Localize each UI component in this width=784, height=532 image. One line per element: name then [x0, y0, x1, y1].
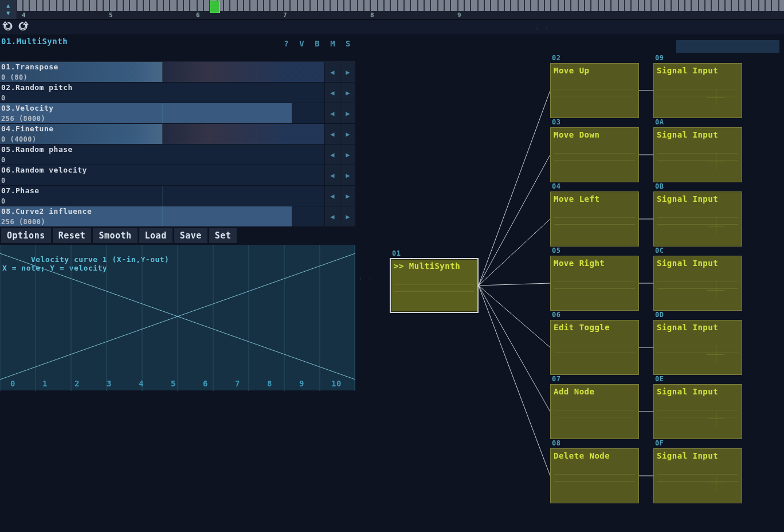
param-label: 01.Transpose — [1, 62, 58, 71]
node-label: Move Down — [554, 130, 636, 139]
param-03[interactable]: 03.Velocity256 (8000)◀▶ — [0, 103, 355, 124]
pane-resize-handle[interactable]: : : — [359, 275, 373, 281]
node-id-label: 0E — [655, 375, 664, 383]
load-button[interactable]: Load — [139, 228, 173, 243]
node-id-label: 05 — [552, 247, 560, 255]
param-dec-button[interactable]: ◀ — [324, 62, 340, 82]
timeline-ruler[interactable]: 456789 — [17, 0, 784, 19]
node-05[interactable]: 05Move Right — [550, 256, 639, 311]
node-label: Signal Input — [657, 194, 739, 204]
param-label: 08.Curve2 influence — [1, 207, 92, 216]
ruler-label: 8 — [370, 11, 374, 19]
param-inc-button[interactable]: ▶ — [340, 103, 355, 123]
node-id-label: 0A — [655, 118, 664, 126]
node-0F[interactable]: 0FSignal Input — [653, 448, 742, 503]
curve-button-bar: OptionsResetSmoothLoadSaveSet — [0, 227, 355, 244]
param-07[interactable]: 07.Phase0◀▶ — [0, 186, 355, 206]
node-label: Delete Node — [554, 451, 636, 460]
module-header-letters: ?VBMS — [284, 37, 351, 48]
smooth-button[interactable]: Smooth — [93, 228, 137, 243]
svg-line-13 — [479, 91, 550, 285]
timeline[interactable]: ▲ ▼ 456789 — [0, 0, 784, 19]
param-inc-button[interactable]: ▶ — [340, 206, 355, 226]
header-letter-v[interactable]: V — [299, 39, 304, 48]
set-button[interactable]: Set — [209, 228, 237, 243]
param-value: 256 (8000) — [1, 115, 45, 123]
module-graph[interactable]: : : 01>> MultiSynth02Move Up03Move Down0… — [367, 34, 784, 532]
module-title: 01.MultiSynth — [1, 37, 68, 46]
param-inc-button[interactable]: ▶ — [340, 186, 355, 206]
velocity-curve-panel[interactable]: Velocity curve 1 (X-in,Y-out)X = note; Y… — [0, 244, 355, 390]
undo-button[interactable] — [2, 20, 14, 34]
node-04[interactable]: 04Move Left — [550, 191, 639, 247]
param-08[interactable]: 08.Curve2 influence256 (8000)◀▶ — [0, 206, 355, 227]
ruler-label: 7 — [283, 11, 287, 19]
node-label: Add Node — [554, 387, 636, 396]
param-02[interactable]: 02.Random pitch0◀▶ — [0, 83, 355, 103]
svg-line-15 — [479, 155, 550, 285]
redo-icon — [17, 20, 29, 32]
param-label: 04.Finetune — [1, 124, 54, 133]
param-dec-button[interactable]: ◀ — [324, 83, 340, 103]
node-07[interactable]: 07Add Node — [550, 384, 639, 439]
curve-xlabel: 2 — [75, 379, 80, 388]
save-button[interactable]: Save — [174, 228, 207, 243]
param-01[interactable]: 01.Transpose0 (80)◀▶ — [0, 62, 355, 83]
param-inc-button[interactable]: ▶ — [340, 124, 355, 144]
node-id-label: 01 — [392, 249, 401, 257]
node-label: Move Right — [554, 259, 636, 268]
param-dec-button[interactable]: ◀ — [324, 103, 340, 123]
node-03[interactable]: 03Move Down — [550, 127, 639, 182]
param-05[interactable]: 05.Random phase0◀▶ — [0, 144, 355, 165]
options-button[interactable]: Options — [1, 228, 51, 243]
timeline-scroll-arrows[interactable]: ▲ ▼ — [0, 0, 17, 19]
ruler-labels: 456789 — [17, 11, 784, 19]
svg-line-25 — [479, 285, 550, 476]
node-0A[interactable]: 0ASignal Input — [653, 127, 742, 182]
module-panel: 01.MultiSynth ?VBMS 01.Transpose0 (80)◀▶… — [0, 34, 355, 390]
curve-xlabel: 9 — [299, 379, 304, 388]
node-label: Signal Input — [657, 66, 739, 75]
header-letter-m[interactable]: M — [330, 39, 335, 48]
param-inc-button[interactable]: ▶ — [340, 144, 355, 165]
redo-button[interactable] — [17, 20, 29, 34]
ruler-label: 4 — [22, 11, 26, 19]
param-dec-button[interactable]: ◀ — [324, 186, 340, 206]
param-value: 0 — [1, 177, 6, 185]
node-id-label: 03 — [552, 118, 560, 126]
node-label: Move Left — [554, 194, 636, 204]
param-inc-button[interactable]: ▶ — [340, 83, 355, 103]
header-letter-s[interactable]: S — [346, 39, 351, 48]
header-letter-?[interactable]: ? — [284, 39, 289, 48]
node-id-label: 06 — [552, 311, 560, 319]
node-09[interactable]: 09Signal Input — [653, 63, 742, 118]
node-label: Edit Toggle — [554, 323, 636, 332]
node-label: >> MultiSynth — [394, 261, 475, 271]
param-value: 0 — [1, 197, 6, 205]
param-inc-button[interactable]: ▶ — [340, 165, 355, 185]
node-08[interactable]: 08Delete Node — [550, 448, 639, 503]
reset-button[interactable]: Reset — [53, 228, 92, 243]
node-0E[interactable]: 0ESignal Input — [653, 384, 742, 439]
param-value: 0 (4000) — [1, 135, 37, 143]
param-dec-button[interactable]: ◀ — [324, 144, 340, 165]
drag-handle-icon[interactable]: : : — [536, 25, 550, 31]
node-02[interactable]: 02Move Up — [550, 63, 639, 118]
node-id-label: 09 — [655, 54, 664, 62]
param-dec-button[interactable]: ◀ — [324, 165, 340, 185]
node-0D[interactable]: 0DSignal Input — [653, 320, 742, 375]
param-inc-button[interactable]: ▶ — [340, 62, 355, 82]
svg-line-17 — [479, 219, 550, 285]
param-label: 06.Random velocity — [1, 166, 87, 174]
param-04[interactable]: 04.Finetune0 (4000)◀▶ — [0, 124, 355, 144]
curve-xlabel: 3 — [107, 379, 112, 388]
node-0C[interactable]: 0CSignal Input — [653, 256, 742, 311]
param-dec-button[interactable]: ◀ — [324, 206, 340, 226]
param-06[interactable]: 06.Random velocity0◀▶ — [0, 165, 355, 186]
ruler-label: 6 — [196, 11, 200, 19]
node-06[interactable]: 06Edit Toggle — [550, 320, 639, 375]
param-dec-button[interactable]: ◀ — [324, 124, 340, 144]
header-letter-b[interactable]: B — [315, 39, 320, 48]
node-0B[interactable]: 0BSignal Input — [653, 191, 742, 247]
node-01[interactable]: 01>> MultiSynth — [390, 258, 479, 313]
